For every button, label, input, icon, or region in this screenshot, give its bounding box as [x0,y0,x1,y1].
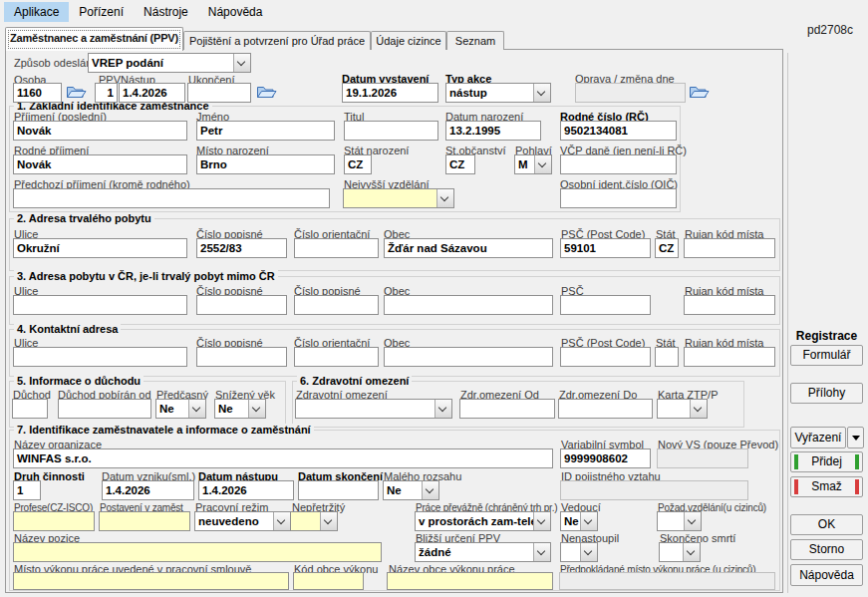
prijmeni-input[interactable]: Novák [13,121,187,141]
datum-skonceni-input[interactable] [298,480,379,500]
pozad-vzdelani-select[interactable] [657,511,702,531]
duchod-input[interactable] [12,399,48,419]
kod-obce-input[interactable] [293,572,364,590]
predcasny-select[interactable]: Ne [155,399,206,419]
variabilni-symbol-input[interactable]: 9999908602 [560,448,651,468]
psc-input[interactable]: 59101 [560,238,651,258]
storno-button[interactable]: Storno [790,539,863,560]
vyrazeni-button[interactable]: Vyřazení [790,427,846,448]
pridej-button[interactable]: Přidej [790,451,863,472]
nenastoupil-select[interactable] [560,542,598,562]
typ-akce-select[interactable]: nástup [445,83,551,103]
prilohy-button[interactable]: Přílohy [790,383,863,404]
chevron-down-icon [683,543,700,561]
vedouci-value: Ne [561,512,580,530]
datum-vzniku-input[interactable]: 1.4.2026 [102,480,194,500]
blizsi-urceni-select[interactable]: žádné [415,542,551,562]
postaveni-input[interactable] [99,511,190,531]
jmeno-input[interactable]: Petr [196,121,335,141]
obcanstvi-input[interactable]: CZ [445,154,475,174]
datum-nastupu-input[interactable]: 1.4.2026 [198,480,294,500]
chevron-down-icon [690,400,707,418]
oprava-input[interactable] [575,83,686,103]
vyrazeni-dropdown-button[interactable] [847,427,864,448]
cislo-popisne-input[interactable] [196,347,287,367]
duchod-pobiran-input[interactable] [58,399,151,419]
formular-button[interactable]: Formulář [790,345,863,366]
snizeny-vek-select[interactable]: Ne [214,399,266,419]
open-folder-icon[interactable] [689,84,710,101]
ruian-input[interactable] [684,347,775,367]
pohlavi-select[interactable]: M [514,154,552,174]
predpokladane-misto-input[interactable] [559,572,775,590]
nepretrzity-select[interactable] [290,511,338,531]
prace-prevazne-select[interactable]: v prostorách zam-tele [415,511,551,531]
misto-narozeni-input[interactable]: Brno [196,154,335,174]
ulice-input[interactable] [13,347,187,367]
ppv-input[interactable]: 1 [95,83,118,103]
cislo-orientacni-input[interactable] [294,238,379,258]
menu-item-porizeni[interactable]: Pořízení [69,2,134,22]
zdr-omezeni-od-input[interactable] [459,399,555,419]
open-folder-icon[interactable] [66,84,87,101]
cislo-popisne-input[interactable] [294,295,379,315]
obec-input[interactable] [384,295,553,315]
nazev-organizace-input[interactable]: WINFAS s.r.o. [13,448,553,468]
id-pojistneho-vztahu-input[interactable] [560,480,748,500]
pracovni-rezim-select[interactable]: neuvedeno [194,511,291,531]
red-bar-icon [794,479,798,494]
tab-udaje-cizince[interactable]: Údaje cizince [371,31,446,50]
tab-pojisteni[interactable]: Pojištění a potvrzení pro Úřad práce [183,31,371,50]
zpusob-odeslani-label: Způsob odeslání [14,58,95,69]
novy-vs-input[interactable] [657,448,748,468]
stat-input[interactable] [655,347,679,367]
vedouci-select[interactable]: Ne [560,511,598,531]
ok-button[interactable]: OK [790,514,863,535]
menu-item-napoveda[interactable]: Nápověda [198,2,273,22]
napoveda-button[interactable]: Nápověda [790,564,863,586]
ulice-input[interactable] [13,295,187,315]
tab-zamestnanec[interactable]: Zaměstnanec a zaměstnání (PPV) [5,27,183,51]
nazev-obce-input[interactable] [387,572,553,590]
osoba-input[interactable]: 1160 [13,83,62,103]
obec-input[interactable]: Žďár nad Sázavou [384,238,553,258]
maleho-rozsahu-select[interactable]: Ne [383,480,439,500]
stat-input[interactable]: CZ [655,238,679,258]
zdr-omezeni-do-input[interactable] [558,399,653,419]
tab-seznam[interactable]: Seznam [446,31,504,50]
rodne-prijmeni-input[interactable]: Novák [13,154,187,174]
zdravotni-omezeni-select[interactable] [295,399,452,419]
ulice-input[interactable]: Okružní [13,238,187,258]
nastup-input[interactable]: 1.4.2026 [119,83,185,103]
vcp-dane-input[interactable] [560,154,677,174]
psc-input[interactable] [560,295,651,315]
vzdelani-select[interactable] [343,188,454,208]
obec-input[interactable] [384,347,553,367]
ukonceni-input[interactable] [187,83,251,103]
open-folder-icon[interactable] [256,84,277,101]
oic-input[interactable] [560,188,677,208]
cislo-orientacni-input[interactable] [294,347,379,367]
datum-vystaveni-input[interactable]: 19.1.2026 [342,83,438,103]
menu-item-nastroje[interactable]: Nástroje [134,2,198,22]
cislo-popisne-input[interactable]: 2552/83 [196,238,287,258]
profese-input[interactable] [13,511,95,531]
rodne-cislo-input[interactable]: 9502134081 [560,121,677,141]
ruian-input[interactable] [684,295,775,315]
menu-item-aplikace[interactable]: Aplikace [4,2,69,22]
psc-input[interactable] [560,347,651,367]
titul-input[interactable] [344,121,438,141]
druh-cinnosti-input[interactable]: 1 [13,480,41,500]
stat-narozeni-input[interactable]: CZ [344,154,372,174]
misto-vykonu-input[interactable] [13,572,289,590]
cislo-popisne-input[interactable] [196,295,287,315]
zpusob-odeslani-select[interactable]: VREP podání [88,53,251,73]
predchozi-prijmeni-input[interactable] [13,188,330,208]
datum-narozeni-input[interactable]: 13.2.1995 [445,121,541,141]
skonceno-smrti-select[interactable] [659,542,701,562]
chevron-down-icon [534,155,551,173]
smaz-button[interactable]: Smaž [790,476,863,497]
ruian-input[interactable] [684,238,775,258]
nazev-pozice-input[interactable] [13,542,382,562]
karta-ztpp-select[interactable] [657,399,708,419]
